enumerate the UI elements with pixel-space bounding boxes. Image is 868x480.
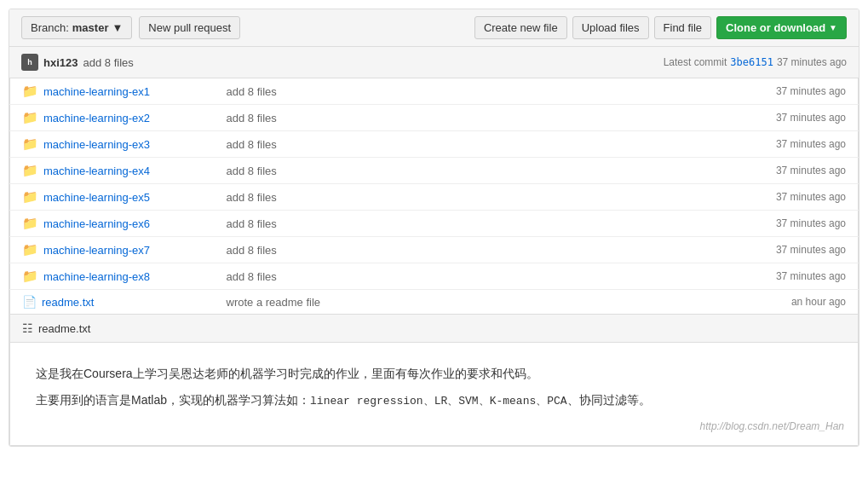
- folder-icon: 📁: [22, 189, 38, 205]
- file-time: 37 minutes ago: [572, 158, 859, 184]
- file-time: 37 minutes ago: [572, 105, 859, 131]
- file-name-text: machine-learning-ex6: [43, 217, 150, 230]
- branch-label: Branch:: [31, 21, 69, 34]
- toolbar-right: Create new file Upload files Find file C…: [474, 16, 847, 39]
- readme-body: 这是我在Coursera上学习吴恩达老师的机器学习时完成的作业，里面有每次作业的…: [10, 343, 858, 445]
- folder-icon: 📁: [22, 269, 38, 284]
- branch-name: master: [72, 21, 109, 34]
- new-pull-request-button[interactable]: New pull request: [139, 16, 240, 39]
- readme-header: ☷ readme.txt: [10, 315, 858, 343]
- file-time: 37 minutes ago: [572, 263, 859, 290]
- file-name-text: machine-learning-ex3: [43, 138, 150, 151]
- readme-line1: 这是我在Coursera上学习吴恩达老师的机器学习时完成的作业，里面有每次作业的…: [36, 363, 832, 385]
- folder-icon: 📁: [22, 110, 38, 125]
- table-row: 📁 machine-learning-ex5 add 8 files 37 mi…: [10, 184, 859, 211]
- file-time: 37 minutes ago: [572, 211, 859, 237]
- file-name-text: machine-learning-ex7: [43, 244, 150, 257]
- folder-icon: 📁: [22, 242, 38, 257]
- file-name-text: machine-learning-ex4: [43, 165, 150, 177]
- latest-commit-label: Latest commit: [664, 56, 727, 68]
- file-message: add 8 files: [215, 237, 572, 263]
- commit-hash[interactable]: 3be6151: [730, 56, 773, 68]
- readme-title: readme.txt: [38, 322, 90, 335]
- file-link[interactable]: 📄 readme.txt: [22, 295, 203, 309]
- file-link[interactable]: 📁 machine-learning-ex5: [22, 189, 203, 205]
- table-row: 📁 machine-learning-ex6 add 8 files 37 mi…: [10, 211, 859, 237]
- file-message: wrote a readme file: [215, 290, 572, 315]
- table-row: 📄 readme.txt wrote a readme file an hour…: [10, 290, 859, 315]
- avatar: h: [21, 54, 38, 71]
- file-name-text: machine-learning-ex8: [43, 270, 150, 283]
- file-name-text: machine-learning-ex5: [43, 191, 150, 204]
- upload-files-button[interactable]: Upload files: [572, 16, 649, 39]
- chevron-down-icon: ▼: [829, 23, 837, 32]
- folder-icon: 📁: [22, 136, 38, 152]
- file-name-text: readme.txt: [42, 296, 94, 309]
- toolbar: Branch: master ▼ New pull request Create…: [9, 9, 859, 47]
- file-time: 37 minutes ago: [572, 237, 859, 263]
- table-row: 📁 machine-learning-ex2 add 8 files 37 mi…: [10, 105, 859, 131]
- readme-section: ☷ readme.txt 这是我在Coursera上学习吴恩达老师的机器学习时完…: [9, 315, 859, 446]
- readme-line2-suffix: 、协同过滤等。: [567, 393, 651, 407]
- toolbar-left: Branch: master ▼ New pull request: [21, 16, 240, 39]
- file-icon: 📄: [22, 295, 37, 309]
- folder-icon: 📁: [22, 216, 38, 231]
- table-row: 📁 machine-learning-ex1 add 8 files 37 mi…: [10, 78, 859, 105]
- folder-icon: 📁: [22, 163, 38, 178]
- branch-selector[interactable]: Branch: master ▼: [21, 16, 132, 39]
- file-time: an hour ago: [572, 290, 859, 315]
- file-message: add 8 files: [215, 184, 572, 211]
- readme-watermark: http://blog.csdn.net/Dream_Han: [700, 418, 844, 437]
- readme-icon: ☷: [22, 321, 33, 335]
- file-message: add 8 files: [215, 263, 572, 290]
- commit-bar: h hxi123 add 8 files Latest commit 3be61…: [9, 47, 859, 78]
- file-table: 📁 machine-learning-ex1 add 8 files 37 mi…: [9, 78, 859, 315]
- commit-message: add 8 files: [83, 56, 133, 69]
- file-link[interactable]: 📁 machine-learning-ex1: [22, 84, 203, 99]
- file-link[interactable]: 📁 machine-learning-ex8: [22, 269, 203, 284]
- readme-line2-code: linear regression、LR、SVM、K-means、PCA: [310, 395, 567, 408]
- file-time: 37 minutes ago: [572, 184, 859, 211]
- table-row: 📁 machine-learning-ex4 add 8 files 37 mi…: [10, 158, 859, 184]
- create-new-file-button[interactable]: Create new file: [474, 16, 567, 39]
- commit-bar-left: h hxi123 add 8 files: [21, 54, 134, 71]
- readme-line2-prefix: 主要用到的语言是Matlab，实现的机器学习算法如：: [36, 393, 310, 407]
- folder-icon: 📁: [22, 84, 38, 99]
- commit-time: 37 minutes ago: [777, 56, 847, 68]
- file-time: 37 minutes ago: [572, 131, 859, 158]
- file-message: add 8 files: [215, 131, 572, 158]
- file-name-text: machine-learning-ex1: [43, 85, 150, 98]
- table-row: 📁 machine-learning-ex8 add 8 files 37 mi…: [10, 263, 859, 290]
- file-link[interactable]: 📁 machine-learning-ex2: [22, 110, 203, 125]
- commit-bar-right: Latest commit 3be6151 37 minutes ago: [664, 56, 847, 68]
- file-name-text: machine-learning-ex2: [43, 112, 150, 124]
- file-link[interactable]: 📁 machine-learning-ex7: [22, 242, 203, 257]
- file-message: add 8 files: [215, 105, 572, 131]
- table-row: 📁 machine-learning-ex7 add 8 files 37 mi…: [10, 237, 859, 263]
- file-message: add 8 files: [215, 211, 572, 237]
- commit-author[interactable]: hxi123: [43, 56, 78, 69]
- file-link[interactable]: 📁 machine-learning-ex3: [22, 136, 203, 152]
- table-row: 📁 machine-learning-ex3 add 8 files 37 mi…: [10, 131, 859, 158]
- file-link[interactable]: 📁 machine-learning-ex6: [22, 216, 203, 231]
- file-message: add 8 files: [215, 78, 572, 105]
- file-link[interactable]: 📁 machine-learning-ex4: [22, 163, 203, 178]
- file-message: add 8 files: [215, 158, 572, 184]
- readme-line2: 主要用到的语言是Matlab，实现的机器学习算法如：linear regress…: [36, 390, 832, 411]
- clone-button-label: Clone or download: [726, 21, 825, 34]
- avatar-initials: h: [27, 58, 32, 67]
- file-time: 37 minutes ago: [572, 78, 859, 105]
- find-file-button[interactable]: Find file: [654, 16, 712, 39]
- clone-or-download-button[interactable]: Clone or download ▼: [716, 16, 847, 39]
- chevron-down-icon: ▼: [112, 21, 123, 34]
